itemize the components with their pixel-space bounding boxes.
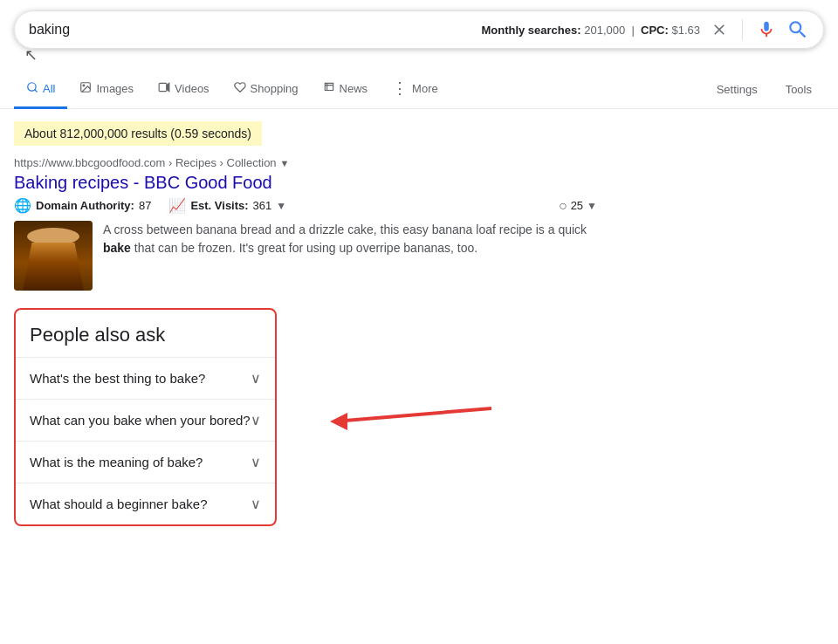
paa-item-3[interactable]: What should a beginner bake? ∨ (16, 483, 275, 524)
paa-chevron-0: ∨ (251, 370, 261, 387)
cursor-indicator: ↖ (0, 47, 838, 63)
results-info: About 812,000,000 results (0.59 seconds) (0, 109, 838, 156)
paa-item-2[interactable]: What is the meaning of bake? ∨ (16, 441, 275, 483)
result-meta: 🌐 Domain Authority: 87 📈 Est. Visits: 36… (14, 197, 597, 214)
est-visits: 📈 Est. Visits: 361 ▼ (168, 197, 286, 214)
tab-news[interactable]: News (311, 71, 381, 109)
est-visits-label: Est. Visits: (190, 199, 248, 212)
paa-item-0[interactable]: What's the best thing to bake? ∨ (16, 357, 275, 399)
close-icon[interactable] (711, 21, 728, 38)
settings-link[interactable]: Settings (704, 76, 770, 103)
tab-more-label: More (412, 82, 438, 95)
link-count-value: 25 (571, 199, 583, 212)
link-count: ○ 25 ▼ (559, 198, 597, 214)
images-icon (79, 81, 92, 96)
domain-authority-value: 87 (139, 199, 151, 212)
tab-all-label: All (43, 82, 55, 95)
paa-question-2: What is the meaning of bake? (30, 455, 203, 469)
est-visits-chevron[interactable]: ▼ (276, 200, 286, 212)
more-dots-icon: ⋮ (392, 80, 408, 96)
people-also-ask: People also ask What's the best thing to… (14, 308, 277, 526)
tab-videos[interactable]: Videos (146, 71, 222, 109)
tab-videos-label: Videos (175, 82, 210, 95)
domain-authority-label: Domain Authority: (36, 199, 134, 212)
result-title[interactable]: Baking recipes - BBC Good Food (14, 171, 597, 194)
search-bar[interactable]: baking Monthly searches: 201,000 | CPC: … (14, 10, 824, 49)
cake-visual (14, 221, 93, 291)
nav-tabs: All Images Videos Shopping News ⋮ More S… (0, 70, 838, 109)
paa-wrapper: People also ask What's the best thing to… (0, 291, 291, 544)
svg-marker-4 (167, 83, 169, 91)
paa-question-3: What should a beginner bake? (30, 497, 207, 511)
paa-item-1[interactable]: What can you bake when your bored? ∨ (16, 399, 275, 441)
svg-marker-6 (330, 413, 347, 430)
result-url-text: https://www.bbcgoodfood.com › Recipes › … (14, 156, 277, 169)
results-info-text: About 812,000,000 results (0.59 seconds) (14, 121, 262, 146)
paa-question-1: What can you bake when your bored? (30, 413, 251, 428)
search-query: baking (29, 22, 481, 38)
monthly-searches-label: Monthly searches: (481, 24, 580, 37)
tab-more[interactable]: ⋮ More (380, 70, 450, 109)
tab-news-label: News (340, 82, 368, 95)
monthly-searches-value: 201,000 (584, 24, 625, 37)
paa-title: People also ask (16, 310, 275, 357)
paa-chevron-2: ∨ (251, 454, 261, 470)
videos-icon (158, 81, 170, 96)
est-visits-value: 361 (253, 199, 272, 212)
svg-point-2 (84, 85, 86, 86)
result-snippet: A cross between banana bread and a drizz… (14, 221, 597, 291)
cpc-label: CPC: (641, 24, 669, 37)
tab-all[interactable]: All (14, 71, 67, 109)
snippet-text: A cross between banana bread and a drizz… (103, 221, 597, 257)
svg-line-5 (334, 408, 491, 421)
shopping-icon (234, 81, 246, 96)
cake-slice (23, 243, 84, 291)
all-icon (26, 81, 38, 96)
svg-rect-3 (159, 83, 167, 91)
paa-chevron-1: ∨ (251, 412, 261, 428)
search-bar-container: baking Monthly searches: 201,000 | CPC: … (0, 0, 838, 49)
link-count-chevron[interactable]: ▼ (587, 200, 597, 212)
search-icon[interactable] (786, 18, 809, 41)
annotation-arrow (291, 395, 491, 439)
result-url: https://www.bbcgoodfood.com › Recipes › … (14, 156, 597, 169)
nav-right: Settings Tools (704, 76, 824, 103)
cpc-value: $1.63 (671, 24, 700, 37)
result-thumbnail (14, 221, 93, 291)
search-stats: Monthly searches: 201,000 | CPC: $1.63 (481, 24, 700, 37)
tab-images-label: Images (96, 82, 134, 95)
tab-shopping[interactable]: Shopping (222, 71, 311, 109)
paa-chevron-3: ∨ (251, 496, 261, 512)
divider (742, 19, 743, 40)
result-container: https://www.bbcgoodfood.com › Recipes › … (0, 156, 611, 291)
tools-link[interactable]: Tools (773, 76, 824, 103)
news-icon (323, 81, 335, 96)
mic-icon[interactable] (757, 20, 776, 39)
tab-images[interactable]: Images (67, 71, 146, 109)
tab-shopping-label: Shopping (251, 82, 299, 95)
result-url-dropdown[interactable]: ▼ (280, 158, 290, 168)
search-icons (711, 18, 809, 41)
paa-question-0: What's the best thing to bake? (30, 371, 205, 386)
domain-authority: 🌐 Domain Authority: 87 (14, 197, 151, 214)
